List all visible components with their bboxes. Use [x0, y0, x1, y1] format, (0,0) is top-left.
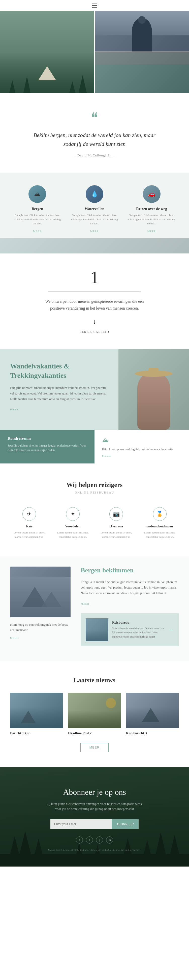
nieuws-image-2 [68, 693, 121, 728]
quote-text: Beklim bergen, niet zodat de wereld jou … [30, 130, 159, 148]
nieuws-section: Laatste nieuws Bericht 1 kop Headline Po… [0, 661, 189, 767]
photo-credit: Afbeelding van Freepik [10, 241, 179, 243]
bergen-right-title: Bergen beklimmen [80, 566, 179, 574]
subscribe-form: abonneer [50, 819, 139, 829]
subscribe-email-input[interactable] [50, 819, 112, 829]
header [0, 0, 189, 11]
card-bergen-link[interactable]: MEER [33, 230, 42, 233]
mountain-icon: ⛰ [102, 436, 181, 444]
card-avatar-watervallen: 💧 [86, 185, 103, 203]
reisbureau-text: Specialisten in wereldreizen. Ontdek mee… [112, 626, 165, 639]
card-bergen: ⛰ Bergen Sample text. Click to select th… [13, 185, 62, 233]
service-onderscheidingen-name: onderscheidingen [141, 524, 179, 528]
card-reizen-text: Sample text. Click to select the text bo… [127, 213, 176, 226]
card-reizen: 🚗 Reizen over de weg Sample text. Click … [127, 185, 176, 233]
bergen-left-text: Klim hoog op een trekkingpiek met de bes… [10, 622, 71, 633]
service-overons-icon: 📷 [109, 507, 123, 521]
nieuws-card-2: Headline Post 2 [68, 693, 121, 735]
klim-meer-link[interactable]: MEER [102, 454, 181, 457]
cards-section: ⛰ Bergen Sample text. Click to select th… [0, 173, 189, 253]
rondreizen-title: Rondreizenm [8, 436, 87, 441]
reizigers-title: Wij helpen reizigers [10, 481, 179, 489]
subscribe-sample-text: Sample text. Click to select the text bo… [44, 849, 145, 851]
menu-button[interactable] [92, 3, 97, 8]
bergen-right-col: Bergen beklimmen Fringilla ut morbi tinc… [80, 566, 179, 646]
social-twitter[interactable]: t [86, 837, 93, 843]
quote-section: ❝ Beklim bergen, niet zodat de wereld jo… [0, 94, 189, 173]
wandel-bottom: Rondreizenm Specilis pulvinar si tellus … [0, 430, 189, 463]
nieuws-headline-1: Bericht 1 kop [10, 731, 63, 735]
reizigers-subtitle: Online reisbureau [10, 491, 179, 495]
bergen-beklimmen-section: Klim hoog op een trekkingpiek met de bes… [0, 557, 189, 661]
hero-section [0, 11, 189, 94]
subscribe-section: Abonneer je op ons Jij kunt gratis nieuw… [0, 767, 189, 867]
divider-arrow: ↓ [10, 318, 179, 326]
bekijk-galeri-link[interactable]: BEKIJK GALERI J [80, 330, 109, 333]
subscribe-button[interactable]: abonneer [112, 819, 139, 829]
rondreizen-card: Rondreizenm Specilis pulvinar si tellus … [0, 430, 94, 463]
card-avatar-bergen: ⛰ [28, 185, 46, 203]
nieuws-title: Laatste nieuws [10, 676, 179, 684]
wandel-title: Wandelvakanties & Trekkingvakanties [10, 362, 109, 380]
service-overons-text: Lorem ipsum dolor sit amet, consectetur … [97, 530, 135, 539]
nieuws-card-1: Bericht 1 kop [10, 693, 63, 735]
card-watervallen-link[interactable]: MEER [90, 230, 99, 233]
social-facebook[interactable]: f [76, 837, 83, 843]
nieuws-meer-button[interactable]: MEER [80, 743, 109, 752]
service-voordelen-icon: ✦ [66, 507, 80, 521]
service-reis-name: Reis [10, 524, 49, 528]
hero-image-1 [0, 11, 94, 93]
service-voordelen-text: Lorem ipsum dolor sit amet, consectetur … [54, 530, 92, 539]
card-bergen-title: Bergen [13, 207, 62, 211]
hero-image-2 [95, 11, 189, 52]
card-reizen-title: Reizen over de weg [127, 207, 176, 211]
nieuws-card-3: Kop bericht 3 [126, 693, 179, 735]
wandel-main: Wandelvakanties & Trekkingvakanties Frin… [0, 349, 189, 430]
rondreizen-text: Specilis pulvinar si tellus integer feug… [8, 443, 87, 452]
quote-mark: ❝ [30, 111, 159, 124]
divider-number: 1 [10, 269, 179, 286]
nieuws-image-3 [126, 693, 179, 728]
bergen-rock-image [10, 566, 71, 617]
hero-image-3 [95, 52, 189, 93]
service-reis: ✈ Reis Lorem ipsum dolor sit amet, conse… [10, 507, 49, 539]
service-reis-text: Lorem ipsum dolor sit amet, consectetur … [10, 530, 49, 539]
wandel-meer-link[interactable]: MEER [10, 408, 19, 411]
subscribe-text: Jij kunt gratis nieuwsbrieven ontvangen … [44, 801, 145, 812]
card-watervallen-title: Watervallen [70, 207, 120, 211]
social-linkedin[interactable]: in [106, 837, 113, 843]
wandel-right [118, 349, 189, 430]
nieuws-headline-2: Headline Post 2 [68, 731, 121, 735]
wandel-section: Wandelvakanties & Trekkingvakanties Frin… [0, 349, 189, 463]
service-reis-icon: ✈ [22, 507, 36, 521]
service-voordelen-name: Voordelen [54, 524, 92, 528]
klim-text: Klim hoog op een trekkingpiek met de bes… [102, 447, 181, 452]
bergen-left-col: Klim hoog op een trekkingpiek met de bes… [10, 566, 71, 640]
card-watervallen-text: Sample text. Click to select the text bo… [70, 213, 120, 226]
service-voordelen: ✦ Voordelen Lorem ipsum dolor sit amet, … [54, 507, 92, 539]
bergen-right-meer[interactable]: MEER [80, 602, 90, 605]
service-onderscheidingen-text: Lorem ipsum dolor sit amet, consectetur … [141, 530, 179, 539]
klim-card: ⛰ Klim hoog op een trekkingpiek met de b… [94, 430, 189, 463]
reisbureau-image [86, 618, 109, 641]
quote-author: — David McCullough Jr. — [30, 153, 159, 158]
reisbureau-arrow[interactable]: → [169, 627, 174, 633]
social-icons: f t g in [10, 837, 179, 843]
service-over-ons: 📷 Over ons Lorem ipsum dolor sit amet, c… [97, 507, 135, 539]
divider-section: 1 We ontwerpen door mensen geïnspireerde… [0, 253, 189, 349]
card-reizen-link[interactable]: MEER [147, 230, 156, 233]
wandel-text: Fringilla ut morbi tincidunt augue inter… [10, 385, 109, 402]
services-grid: ✈ Reis Lorem ipsum dolor sit amet, conse… [10, 507, 179, 539]
service-onderscheidingen-icon: 🏅 [153, 507, 167, 521]
nieuws-headline-3: Kop bericht 3 [126, 731, 179, 735]
cards-grid: ⛰ Bergen Sample text. Click to select th… [13, 185, 176, 233]
wandel-left: Wandelvakanties & Trekkingvakanties Frin… [0, 349, 118, 430]
reisbureau-title: Reisbureau [112, 620, 165, 625]
nieuws-grid: Bericht 1 kop Headline Post 2 Kop berich… [10, 693, 179, 735]
reisbureau-box: Reisbureau Specialisten in wereldreizen.… [80, 613, 179, 646]
social-google[interactable]: g [96, 837, 103, 843]
service-overons-name: Over ons [97, 524, 135, 528]
bergen-left-meer[interactable]: MEER [10, 636, 19, 640]
card-watervallen: 💧 Watervallen Sample text. Click to sele… [70, 185, 120, 233]
bergen-right-text: Fringilla ut morbi tincidunt augue inter… [80, 579, 179, 596]
